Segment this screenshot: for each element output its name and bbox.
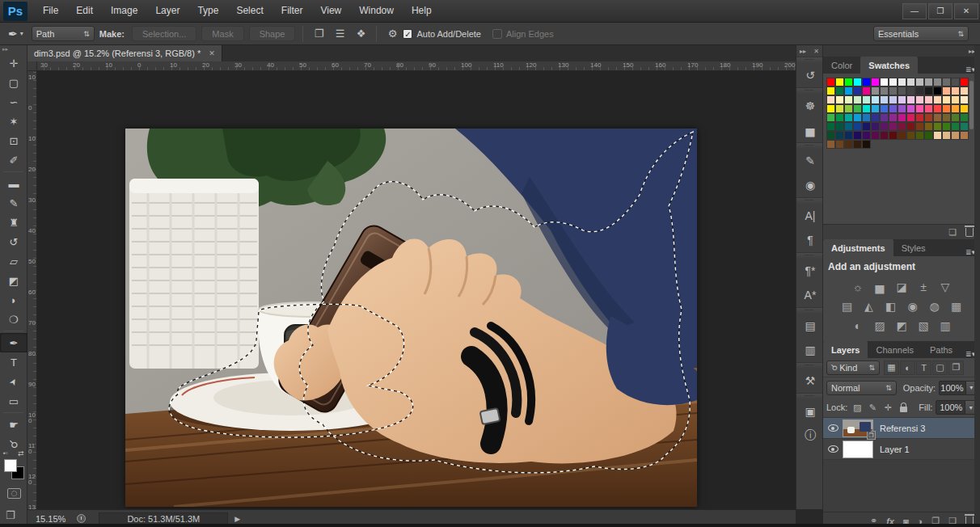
- color-swatch[interactable]: [844, 104, 853, 113]
- color-swatch[interactable]: [826, 95, 835, 104]
- color-swatch[interactable]: [871, 78, 880, 86]
- default-colors-icon[interactable]: ▪▫: [3, 449, 8, 457]
- opacity-value[interactable]: 100%: [939, 381, 966, 395]
- layer-name[interactable]: Layer 1: [880, 445, 910, 454]
- properties-icon[interactable]: ▤: [796, 314, 824, 338]
- clone-stamp-tool[interactable]: ♜: [0, 213, 27, 232]
- paragraph-icon[interactable]: ¶: [796, 228, 824, 252]
- color-swatch[interactable]: [862, 86, 871, 95]
- canvas-viewport[interactable]: [37, 71, 796, 509]
- layer-thumbnail[interactable]: [843, 441, 873, 458]
- close-dock-icon[interactable]: ✕: [813, 48, 819, 55]
- color-swatch[interactable]: [924, 122, 933, 131]
- brightness-contrast-icon[interactable]: ☼: [847, 278, 869, 295]
- auto-add-delete-checkbox[interactable]: ✓: [403, 29, 412, 39]
- brush-presets-icon[interactable]: ✎: [796, 149, 824, 173]
- selective-color-icon[interactable]: ▥: [935, 317, 957, 334]
- color-swatch[interactable]: [951, 131, 960, 140]
- color-swatch[interactable]: [862, 104, 871, 113]
- menu-window[interactable]: Window: [350, 0, 403, 22]
- gradient-tool[interactable]: ◩: [0, 271, 27, 290]
- color-balance-icon[interactable]: ◭: [858, 297, 880, 314]
- make-mask-button[interactable]: Mask: [201, 26, 243, 41]
- color-swatch[interactable]: [915, 113, 924, 122]
- color-swatch[interactable]: [924, 113, 933, 122]
- color-swatch[interactable]: [960, 122, 969, 131]
- foreground-color[interactable]: [4, 459, 17, 472]
- dock-group-grip[interactable]: ┄┄: [796, 57, 822, 63]
- minimize-button[interactable]: —: [902, 3, 927, 19]
- gear-icon[interactable]: ⚙: [383, 26, 401, 42]
- zoom-level-field[interactable]: 15.15%: [36, 514, 65, 524]
- color-swatch[interactable]: [906, 113, 915, 122]
- eraser-tool[interactable]: ▱: [0, 251, 27, 271]
- black-white-icon[interactable]: ◧: [880, 297, 902, 314]
- color-swatch[interactable]: [942, 95, 951, 104]
- color-swatch[interactable]: [898, 104, 906, 113]
- lasso-tool[interactable]: ∽: [0, 92, 27, 112]
- dock-group-grip[interactable]: ┄┄: [796, 142, 822, 149]
- color-swatch[interactable]: [835, 78, 844, 86]
- color-swatch[interactable]: [862, 140, 871, 149]
- color-swatch[interactable]: [915, 122, 924, 131]
- color-swatch[interactable]: [942, 78, 951, 86]
- quick-mask-button[interactable]: [7, 488, 21, 499]
- navigator-icon[interactable]: ☸: [796, 94, 824, 118]
- color-swatch[interactable]: [826, 113, 835, 122]
- color-swatch[interactable]: [933, 86, 942, 95]
- color-swatch[interactable]: [871, 104, 880, 113]
- color-swatch[interactable]: [862, 131, 871, 140]
- filter-smart-object-icon[interactable]: ❐: [948, 360, 964, 375]
- color-swatch[interactable]: [844, 86, 853, 95]
- color-swatch[interactable]: [960, 78, 969, 86]
- color-swatch[interactable]: [915, 86, 924, 95]
- levels-icon[interactable]: ▅: [869, 278, 891, 295]
- menu-filter[interactable]: Filter: [272, 0, 312, 22]
- swap-colors-icon[interactable]: ⇄: [18, 449, 24, 457]
- layer-name[interactable]: Referensi 3: [880, 424, 925, 433]
- character-icon[interactable]: A|: [796, 204, 824, 228]
- color-swatch[interactable]: [951, 122, 960, 131]
- color-swatch[interactable]: [933, 78, 942, 86]
- color-swatch[interactable]: [906, 122, 915, 131]
- tab-layers[interactable]: Layers: [823, 341, 868, 358]
- color-swatch[interactable]: [835, 122, 844, 131]
- color-swatch[interactable]: [906, 78, 915, 86]
- filter-type-icon[interactable]: T: [916, 360, 931, 375]
- color-swatch[interactable]: [898, 113, 906, 122]
- path-select-tool[interactable]: ➤: [0, 372, 27, 391]
- color-swatch[interactable]: [933, 122, 942, 131]
- color-swatch[interactable]: [960, 131, 969, 140]
- color-swatch[interactable]: [853, 86, 862, 95]
- color-swatch[interactable]: [898, 122, 906, 131]
- combine-shapes-icon[interactable]: ❐: [310, 26, 327, 42]
- healing-brush-tool[interactable]: ▬: [0, 174, 27, 193]
- color-swatch[interactable]: [826, 104, 835, 113]
- layer-thumbnail[interactable]: ❐: [843, 419, 873, 437]
- posterize-icon[interactable]: ▨: [869, 317, 891, 334]
- layer-filter-kind-select[interactable]: ⚲ Kind ⇅: [826, 360, 880, 375]
- dodge-tool[interactable]: ❍: [0, 310, 27, 329]
- color-swatch[interactable]: [915, 104, 924, 113]
- filter-adjustment-icon[interactable]: ◐: [900, 360, 915, 375]
- invert-icon[interactable]: ◐: [847, 317, 869, 334]
- hand-tool[interactable]: ☛: [0, 415, 27, 434]
- make-selection-button[interactable]: Selection...: [132, 26, 196, 41]
- brush-tool[interactable]: ✎: [0, 193, 27, 213]
- menu-select[interactable]: Select: [227, 0, 272, 22]
- expand-panels-icon[interactable]: ▸▸: [800, 48, 806, 55]
- align-edges-checkbox[interactable]: [492, 29, 502, 39]
- make-shape-button[interactable]: Shape: [249, 26, 296, 41]
- document-tab[interactable]: dim3.psd @ 15.2% (Referensi 3, RGB/8) * …: [27, 45, 222, 61]
- restore-button[interactable]: ❐: [928, 3, 953, 19]
- color-swatch[interactable]: [942, 86, 951, 95]
- color-swatch[interactable]: [898, 86, 906, 95]
- dock-group-grip[interactable]: ┄┄: [796, 307, 822, 314]
- pen-tool-preset-icon[interactable]: ✒: [8, 27, 18, 40]
- workspace-select[interactable]: Essentials ⇅: [873, 26, 969, 41]
- color-swatch[interactable]: [853, 140, 862, 149]
- notes-icon[interactable]: ▥: [796, 338, 824, 362]
- color-swatch[interactable]: [853, 95, 862, 104]
- color-swatch[interactable]: [826, 122, 835, 131]
- color-swatch[interactable]: [880, 104, 889, 113]
